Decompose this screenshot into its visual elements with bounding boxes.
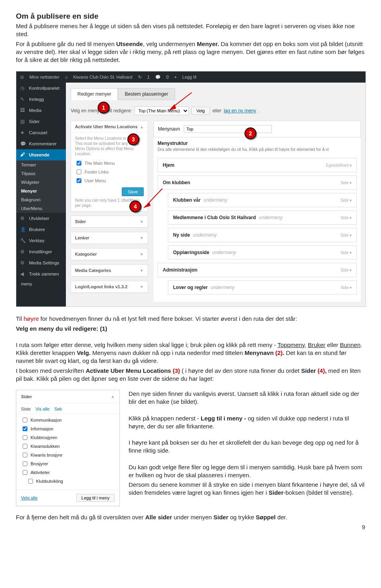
- tab-locations[interactable]: Bestem plasseringer: [118, 88, 175, 100]
- doc-right1: Den nye siden finner du vanligvis øverst…: [129, 390, 365, 406]
- collapse-icon: ◀: [20, 271, 26, 277]
- tab-edit-menus[interactable]: Rediger menyer: [71, 88, 118, 100]
- comments-count[interactable]: 0: [166, 75, 169, 79]
- svg-line-0: [173, 93, 192, 107]
- sidebar-media[interactable]: 🖼Media: [16, 105, 66, 116]
- mini-tab-visalle[interactable]: Vis alle: [35, 407, 49, 411]
- chk-kommunikasjon[interactable]: Kommunikasjon: [21, 416, 115, 424]
- sidebar-dashboard[interactable]: ◷Kontrollpanelet: [16, 83, 66, 94]
- sidebar-themes[interactable]: Temaer: [16, 160, 66, 169]
- menu-item-admin[interactable]: AdministrasjonSide ▾: [158, 263, 357, 277]
- wp-screenshot-sider: Sider▲ Siste Vis alle Søk Kommunikasjon …: [16, 390, 120, 506]
- chevron-up-icon[interactable]: ▲: [140, 125, 144, 129]
- sidebar-tools[interactable]: 🔧Verktøy: [16, 235, 66, 246]
- chk-informasjon[interactable]: Informasjon: [21, 424, 115, 433]
- star-icon: ★: [20, 130, 26, 135]
- sidebar-background[interactable]: Bakgrunn: [16, 195, 66, 204]
- menu-name-row: Menynavn: [154, 121, 361, 137]
- or-text: eller: [212, 108, 221, 114]
- save-button[interactable]: Save: [122, 187, 144, 196]
- brush-icon: 🖌: [20, 152, 26, 158]
- sidebar-collapse[interactable]: ◀Trekk sammen: [16, 268, 66, 280]
- chevron-down-icon[interactable]: ▼: [140, 220, 144, 224]
- sidebar-widgets[interactable]: Widgeter: [16, 178, 66, 187]
- chk-brosjyrer[interactable]: Brosjyrer: [21, 459, 115, 468]
- sidebar-appearance[interactable]: 🖌Utseende: [16, 149, 66, 160]
- gear-icon: ⚙: [20, 260, 26, 266]
- doc-right3: I høyre kant på boksen ser du her et skr…: [129, 439, 365, 455]
- updates-count[interactable]: 1: [147, 75, 150, 79]
- sidebar-customize[interactable]: Tilpass: [16, 169, 66, 178]
- chk-klubbutvikling[interactable]: Klubbutvikling: [21, 477, 115, 486]
- sidebar-users[interactable]: 👤Brukere: [16, 224, 66, 235]
- sidebar-media-settings[interactable]: ⚙Media Settings: [16, 257, 66, 268]
- chk-klubbrosjyren[interactable]: Klubbrosjyren: [21, 433, 115, 442]
- chk-main-menu[interactable]: The Main Menu: [75, 159, 144, 168]
- chevron-up-icon[interactable]: ▲: [111, 394, 115, 399]
- acc-media-cat[interactable]: Media Categories▼: [71, 264, 148, 277]
- plus-icon: +: [174, 75, 177, 79]
- doc-right5: Dersom du senere kommer til å stryke en …: [129, 481, 365, 497]
- mini-add-button[interactable]: Legg til i meny: [76, 494, 115, 502]
- sidebar-posts[interactable]: ✎Innlegg: [16, 94, 66, 105]
- menu-item-hjem[interactable]: HjemEgendefinert ▾: [158, 158, 357, 172]
- acc-lenker[interactable]: Lenker▼: [71, 232, 148, 244]
- menu-item-lover[interactable]: Lover og regler undermenySide ▾: [168, 280, 357, 295]
- arrow-1: [168, 91, 194, 112]
- sidebar-comments[interactable]: 💬Kommentarer: [16, 138, 66, 149]
- chk-kiwanis-brosjyre[interactable]: Kiwanis brosjyre: [21, 451, 115, 459]
- menu-item-medlemmene[interactable]: Medlemmene i Club Oslo St Hallvard under…: [168, 210, 357, 225]
- chevron-down-icon[interactable]: ▼: [140, 285, 144, 289]
- chevron-down-icon[interactable]: ▼: [140, 236, 144, 240]
- mini-tab-siste[interactable]: Siste: [21, 407, 31, 411]
- mini-tab-sok[interactable]: Søk: [54, 407, 62, 411]
- uber-head: Activate Uber Menu Locations: [75, 124, 138, 129]
- doc-bottom: For å fjerne den helt må du gå til overs…: [16, 513, 365, 521]
- acc-login-links[interactable]: Login/Logout links v1.3.2▼: [71, 281, 148, 293]
- chevron-down-icon[interactable]: ▼: [140, 252, 144, 256]
- select-button[interactable]: Velg: [191, 107, 210, 115]
- doc-mid1: Til høyre for hovedmenyen finner du nå e…: [16, 315, 365, 323]
- comment-icon: 💬: [155, 75, 161, 80]
- page-number: 9: [16, 524, 365, 530]
- menu-item-om-klubben[interactable]: Om klubbenSide ▾: [158, 175, 357, 190]
- svg-line-2: [147, 189, 162, 204]
- acc-kategorier[interactable]: Kategorier▼: [71, 248, 148, 260]
- media-icon: 🖼: [20, 108, 26, 113]
- sidebar-menus[interactable]: Menyer: [16, 187, 66, 195]
- menu-name-input[interactable]: [184, 125, 272, 133]
- plug-icon: ⚙: [20, 216, 26, 221]
- site-name[interactable]: Kiwanis Club Oslo St. Hallvard: [73, 75, 132, 79]
- sidebar-settings[interactable]: ⚙Innstillinger: [16, 246, 66, 257]
- menu-item-opplaering[interactable]: Opplæringsside undermenySide ▾: [168, 245, 357, 260]
- sidebar-ubermenu[interactable]: UberMenu: [16, 204, 66, 213]
- home-icon: ⌂: [65, 75, 68, 79]
- mini-select-all[interactable]: Velg alle: [21, 495, 38, 500]
- wrench-icon: 🔧: [20, 238, 26, 243]
- chevron-down-icon[interactable]: ▼: [140, 268, 144, 273]
- sidebar-pages[interactable]: ▤Sider: [16, 116, 66, 127]
- menu-name-label: Menynavn: [158, 126, 180, 132]
- chk-aktiviteter[interactable]: Aktiviteter: [21, 468, 115, 477]
- chk-footer-links[interactable]: Footer Links: [75, 168, 144, 176]
- acc-sider[interactable]: Sider▼: [71, 216, 148, 228]
- admin-bar: ⊙ Mine nettsteder ⌂ Kiwanis Club Oslo St…: [16, 71, 366, 83]
- menu-item-ny-side[interactable]: Ny side undermenySide ▾: [168, 228, 357, 242]
- chk-kiwanisdukken[interactable]: Kiwanisdukken: [21, 442, 115, 451]
- svg-marker-3: [144, 202, 150, 208]
- mini-head: Sider: [21, 394, 32, 399]
- create-menu-link[interactable]: lag en ny meny: [224, 108, 256, 114]
- wp-logo-icon[interactable]: ⊙: [20, 75, 24, 80]
- arrow-4: [142, 187, 164, 210]
- chk-user-menu[interactable]: User Menu: [75, 176, 144, 185]
- sidebar-carousel[interactable]: ★Carousel: [16, 127, 66, 138]
- menu-item-klubben-var[interactable]: Klubben vår undermenySide ▾: [168, 193, 357, 207]
- doc-right2: Klikk på knappen nederst - Legg til i me…: [129, 414, 365, 431]
- mini-list: Kommunikasjon Informasjon Klubbrosjyren …: [16, 414, 119, 490]
- gauge-icon: ◷: [20, 85, 26, 91]
- pin-icon: ✎: [20, 96, 26, 102]
- sidebar-plugins[interactable]: ⚙Utvidelser: [16, 213, 66, 224]
- new-content[interactable]: Legg til: [182, 75, 196, 79]
- refresh-icon: ↻: [138, 75, 142, 80]
- my-sites[interactable]: Mine nettsteder: [29, 75, 60, 79]
